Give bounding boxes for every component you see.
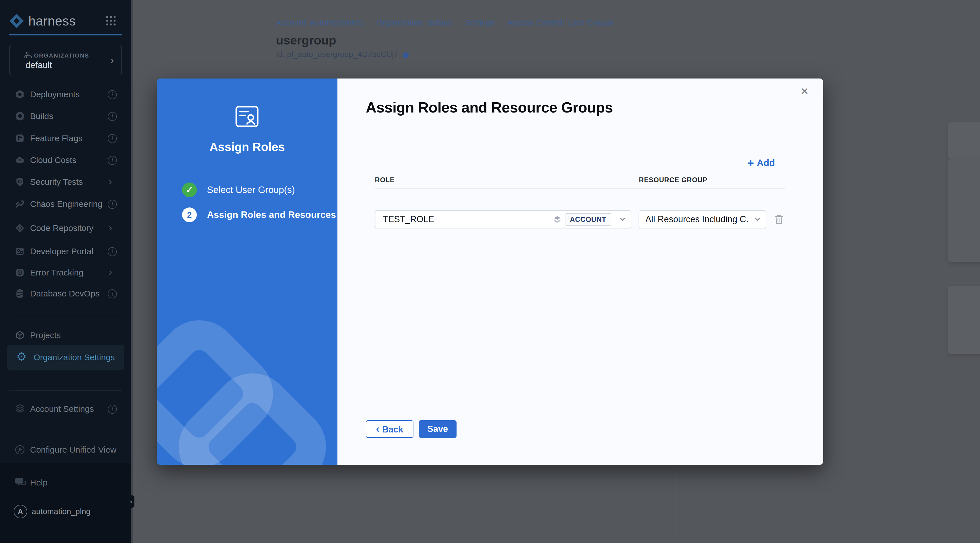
- sidebar-item-database-devops[interactable]: Database DevOps i: [0, 285, 131, 302]
- chevron-right-icon: ›: [500, 18, 502, 27]
- projects-cube-icon: [15, 330, 25, 340]
- sidebar-item-label: Database DevOps: [30, 285, 100, 302]
- user-avatar[interactable]: A: [14, 505, 27, 518]
- harness-logo[interactable]: harness: [9, 12, 123, 30]
- sidebar-item-label: Chaos Engineering: [30, 195, 102, 213]
- org-selector-label: ORGANIZATIONS: [34, 52, 89, 59]
- sidebar-item-label: Cloud Costs: [30, 152, 76, 168]
- sidebar-item-label: Configure Unified View: [30, 441, 116, 458]
- info-icon[interactable]: i: [108, 405, 117, 414]
- info-icon[interactable]: i: [108, 247, 117, 256]
- info-icon[interactable]: i: [108, 156, 117, 165]
- gear-icon: ⚙: [16, 350, 27, 363]
- sidebar-item-chaos-engineering[interactable]: Chaos Engineering i: [0, 195, 131, 213]
- sidebar-item-deployments[interactable]: Deployments i: [0, 86, 131, 103]
- chevron-left-icon: ‹: [376, 423, 379, 435]
- chevron-down-icon: [619, 216, 626, 223]
- close-icon[interactable]: ×: [801, 83, 808, 98]
- sidebar-item-configure-unified-view[interactable]: Configure Unified View: [0, 441, 131, 458]
- copy-icon[interactable]: [402, 50, 410, 59]
- back-button[interactable]: ‹Back: [366, 420, 414, 438]
- error-tracking-icon: [15, 268, 25, 278]
- breadcrumb: Account: AutomationNG › Organization: de…: [276, 18, 614, 27]
- chevron-right-icon: ›: [457, 18, 460, 27]
- breadcrumb-access-control-link[interactable]: Access Control: User Groups: [507, 18, 614, 27]
- builds-icon: [15, 111, 25, 121]
- sidebar-item-label: Error Tracking: [30, 264, 83, 281]
- step-number: 2: [182, 208, 197, 222]
- wizard-step-assign-roles[interactable]: 2 Assign Roles and Resources: [182, 208, 336, 222]
- developer-portal-icon: [15, 246, 25, 256]
- save-button[interactable]: Save: [419, 420, 457, 438]
- sidebar-divider: [9, 431, 122, 431]
- sidebar-item-error-tracking[interactable]: Error Tracking ›: [0, 264, 131, 281]
- sidebar-item-label: Developer Portal: [30, 243, 93, 260]
- role-value: TEST_ROLE: [383, 214, 552, 224]
- sidebar-item-code-repository[interactable]: Code Repository ›: [0, 220, 131, 237]
- svg-text:$: $: [19, 158, 21, 162]
- chevron-right-icon: ›: [110, 54, 114, 67]
- info-icon[interactable]: i: [108, 134, 117, 143]
- breadcrumb-settings-link[interactable]: Settings: [465, 18, 495, 27]
- chevron-right-icon: ›: [109, 222, 112, 233]
- help-chat-icon: [15, 478, 26, 487]
- harness-logo-text: harness: [29, 13, 76, 29]
- feature-flags-icon: [15, 133, 25, 143]
- sidebar-item-security-tests[interactable]: Security Tests ›: [0, 173, 131, 191]
- scope-tag: ACCOUNT: [565, 213, 612, 225]
- layers-icon: [552, 214, 562, 224]
- wizard-step-select-user-groups[interactable]: ✓ Select User Group(s): [182, 183, 295, 197]
- sidebar-item-label: Security Tests: [30, 173, 83, 191]
- sidebar-item-organization-settings[interactable]: ⚙ Organization Settings: [7, 345, 124, 370]
- sidebar-item-label: Organization Settings: [33, 345, 115, 370]
- id-card-icon: [235, 106, 259, 127]
- sidebar-item-cloud-costs[interactable]: $ Cloud Costs i: [0, 152, 131, 168]
- app-grid-icon[interactable]: [105, 15, 116, 26]
- wrench-icon: [15, 445, 25, 455]
- app-root: Account: AutomationNG › Organization: de…: [0, 0, 980, 543]
- breadcrumb-account-link[interactable]: Account: AutomationNG: [276, 18, 364, 27]
- code-repository-icon: [15, 223, 25, 233]
- plus-icon: +: [747, 157, 754, 168]
- check-icon: ✓: [182, 183, 197, 197]
- header-divider: [375, 189, 786, 189]
- dimmed-card: [948, 122, 980, 159]
- sidebar-item-builds[interactable]: Builds i: [0, 108, 131, 125]
- sidebar: harness ORGANIZATIONS default ›: [0, 0, 131, 543]
- assign-roles-modal: Assign Roles ✓ Select User Group(s) 2 As…: [157, 78, 823, 465]
- sidebar-item-feature-flags[interactable]: Feature Flags i: [0, 130, 131, 147]
- entity-id-line: Id: pl_auto_usergroup_4D7bcClJj7: [276, 50, 410, 59]
- wizard-step-label: Assign Roles and Resources: [207, 210, 336, 220]
- sidebar-item-label: Feature Flags: [30, 130, 83, 147]
- breadcrumb-organization-link[interactable]: Organization: default: [376, 18, 452, 27]
- chaos-engineering-icon: [15, 199, 25, 209]
- sidebar-item-label: Projects: [30, 327, 61, 344]
- add-button-label: Add: [757, 157, 775, 168]
- info-icon[interactable]: i: [108, 90, 117, 99]
- info-icon[interactable]: i: [108, 200, 117, 209]
- sidebar-item-help[interactable]: Help: [0, 474, 131, 491]
- organization-selector[interactable]: ORGANIZATIONS default ›: [9, 45, 122, 75]
- add-role-button[interactable]: + Add: [747, 157, 775, 168]
- modal-body: × Assign Roles and Resource Groups + Add…: [337, 78, 823, 465]
- role-select-field[interactable]: TEST_ROLE ACCOUNT: [375, 210, 631, 229]
- sidebar-divider: [9, 390, 122, 391]
- harness-watermark-icon: [157, 303, 330, 465]
- role-column-header: ROLE: [375, 176, 395, 184]
- database-devops-icon: [15, 289, 25, 299]
- entity-id-text: Id: pl_auto_usergroup_4D7bcClJj7: [276, 50, 398, 59]
- chevron-right-icon: ›: [109, 176, 112, 187]
- wizard-panel: Assign Roles ✓ Select User Group(s) 2 As…: [157, 78, 337, 465]
- deployments-icon: [15, 89, 25, 100]
- info-icon[interactable]: i: [108, 112, 117, 121]
- chevron-right-icon: ›: [369, 18, 371, 27]
- delete-row-icon[interactable]: [774, 214, 784, 225]
- info-icon[interactable]: i: [108, 289, 117, 298]
- user-name[interactable]: automation_plng: [32, 505, 91, 518]
- harness-logo-icon: [9, 13, 24, 29]
- sidebar-item-projects[interactable]: Projects: [0, 327, 131, 344]
- resource-group-select-field[interactable]: All Resources Including C...: [639, 210, 766, 229]
- sidebar-item-account-settings[interactable]: Account Settings i: [0, 400, 131, 418]
- sidebar-item-developer-portal[interactable]: Developer Portal i: [0, 243, 131, 260]
- sidebar-item-label: Code Repository: [30, 220, 93, 237]
